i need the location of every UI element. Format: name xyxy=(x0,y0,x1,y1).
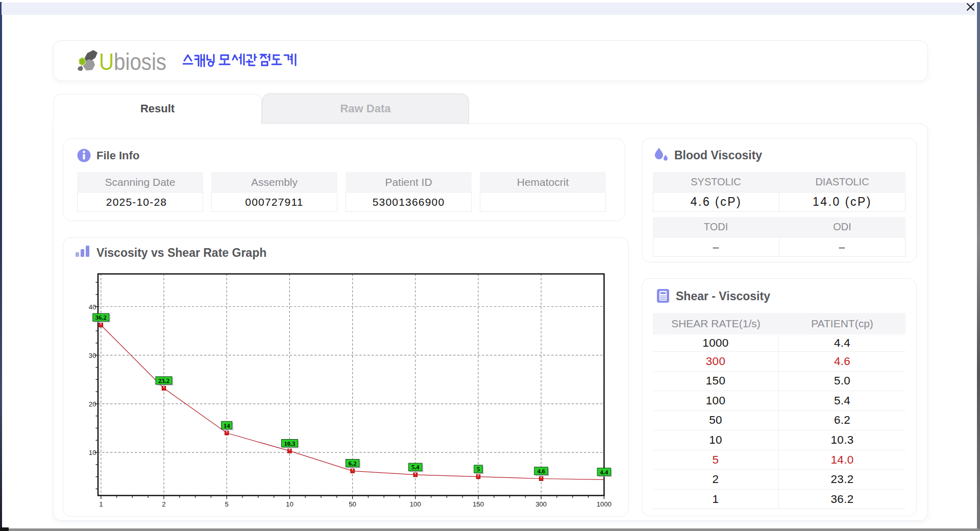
svg-text:10.3: 10.3 xyxy=(284,440,295,447)
svg-text:20: 20 xyxy=(89,400,96,408)
svg-text:300: 300 xyxy=(535,500,547,508)
svg-text:14: 14 xyxy=(224,422,230,429)
svg-text:4.6: 4.6 xyxy=(537,468,545,475)
svg-text:5: 5 xyxy=(225,500,229,508)
svg-text:150: 150 xyxy=(473,500,484,508)
svg-text:6.2: 6.2 xyxy=(349,460,357,467)
svg-text:50: 50 xyxy=(349,500,356,508)
svg-text:5: 5 xyxy=(477,466,480,473)
svg-text:4.4: 4.4 xyxy=(600,469,608,476)
svg-text:1000: 1000 xyxy=(597,500,611,508)
svg-text:1: 1 xyxy=(99,500,103,508)
svg-text:36.2: 36.2 xyxy=(95,314,107,321)
svg-text:40: 40 xyxy=(89,303,96,311)
svg-text:5.4: 5.4 xyxy=(411,464,420,471)
svg-text:10: 10 xyxy=(286,500,293,508)
svg-text:10: 10 xyxy=(89,449,96,456)
svg-text:100: 100 xyxy=(410,500,421,508)
svg-text:2: 2 xyxy=(162,500,165,508)
svg-text:23.2: 23.2 xyxy=(158,377,169,384)
svg-text:30: 30 xyxy=(89,352,96,359)
